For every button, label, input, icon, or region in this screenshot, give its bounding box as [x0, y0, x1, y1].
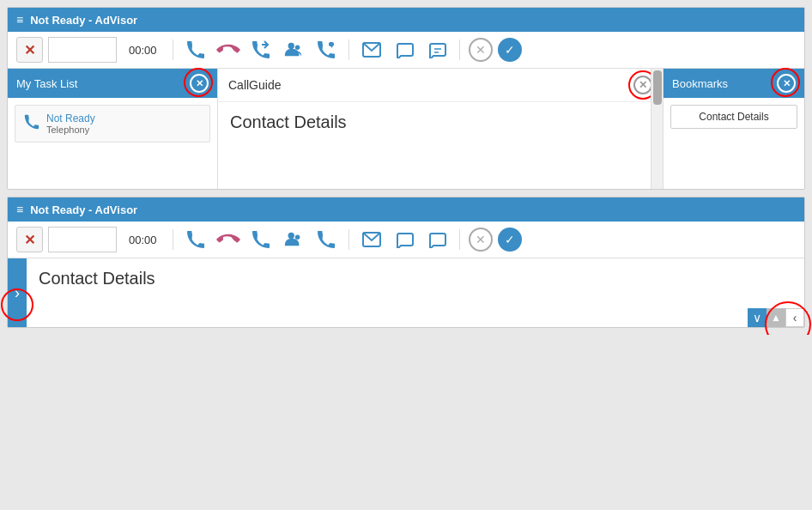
- email-button-2[interactable]: [358, 229, 385, 250]
- separator-3: [459, 39, 460, 60]
- title-bar-1: ≡ Not Ready - AdVisor: [8, 8, 804, 32]
- bottom-btn-row: ∨ ▲ ‹: [748, 308, 804, 327]
- collapse-right-button[interactable]: ‹: [785, 308, 804, 327]
- bottom-contact-label: Contact Details: [39, 269, 155, 288]
- title-bar-2: ≡ Not Ready - AdVisor: [8, 197, 804, 222]
- separator-1: [173, 39, 173, 60]
- conference-button[interactable]: [280, 38, 307, 62]
- bookmarks-tab[interactable]: Bookmarks ✕: [664, 69, 804, 98]
- phone-answer-button-2[interactable]: [182, 228, 209, 252]
- separator-2: [348, 39, 349, 60]
- task-status: Not Ready: [46, 112, 95, 124]
- callguide-label: CallGuide: [228, 78, 281, 92]
- bottom-contact-details: Contact Details: [27, 258, 804, 299]
- ready-circle-button[interactable]: ✓: [498, 38, 522, 62]
- not-ready-circle-button-2[interactable]: ✕: [469, 228, 493, 252]
- right-panel: Bookmarks ✕ Contact Details: [663, 69, 804, 189]
- right-controls-annotate: ∨ ▲ ‹: [748, 308, 804, 327]
- task-list-close-button[interactable]: ✕: [190, 74, 209, 93]
- separator-6: [459, 229, 460, 250]
- scroll-thumb-1[interactable]: [653, 70, 662, 105]
- time-display-2: 00:00: [122, 234, 164, 246]
- chat-button-2[interactable]: [391, 228, 418, 251]
- chat-alt-button-2[interactable]: [423, 228, 451, 251]
- text-input-1[interactable]: [48, 37, 117, 63]
- phone-consult-button[interactable]: [312, 38, 340, 62]
- contact-details-label: Contact Details: [218, 102, 663, 143]
- bookmark-contact-details[interactable]: Contact Details: [670, 105, 797, 129]
- scroll-up-button[interactable]: ▲: [767, 308, 785, 327]
- phone-transfer-button-2[interactable]: [247, 228, 275, 252]
- callguide-close-wrap: ✕: [633, 76, 652, 94]
- bookmarks-label: Bookmarks: [672, 77, 728, 90]
- phone-end-button[interactable]: [215, 38, 242, 62]
- chevron-down-button[interactable]: ∨: [748, 308, 767, 327]
- phone-transfer-button[interactable]: [247, 38, 275, 62]
- phone-end-button-2[interactable]: [215, 228, 242, 252]
- time-display-1: 00:00: [122, 44, 164, 57]
- separator-4: [173, 229, 173, 250]
- svg-point-2: [294, 46, 300, 51]
- red-x-button-1[interactable]: ✕: [16, 37, 43, 63]
- right-controls-wrap: ∨ ▲ ‹: [748, 308, 804, 327]
- text-input-2[interactable]: [48, 227, 117, 252]
- task-sub: Telephony: [46, 124, 95, 135]
- bottom-content: › Contact Details ∨ ▲ ‹: [8, 258, 804, 327]
- left-panel: My Task List ✕ Not Ready Telephony: [8, 69, 218, 189]
- toolbar-1: ✕ 00:00 ✕ ✓: [8, 32, 804, 69]
- my-task-list-tab[interactable]: My Task List ✕: [8, 69, 217, 98]
- chat-button[interactable]: [391, 39, 418, 61]
- scrollbar-1[interactable]: [651, 69, 663, 189]
- conference-button-2[interactable]: [280, 228, 307, 252]
- main-content-1: My Task List ✕ Not Ready Telephony CallG…: [8, 69, 804, 189]
- window-2: ≡ Not Ready - AdVisor ✕ 00:00: [7, 197, 805, 328]
- callguide-header: CallGuide ✕: [218, 69, 663, 102]
- left-expand-wrap: ›: [8, 258, 27, 327]
- window-1: ≡ Not Ready - AdVisor ✕ 00:00: [7, 7, 805, 190]
- callguide-close-button[interactable]: ✕: [633, 76, 652, 94]
- title-text-1: Not Ready - AdVisor: [30, 14, 137, 27]
- chat-alt-button[interactable]: [423, 39, 451, 61]
- red-x-button-2[interactable]: ✕: [16, 227, 43, 252]
- not-ready-circle-button[interactable]: ✕: [469, 38, 493, 62]
- toolbar-2: ✕ 00:00 ✕ ✓: [8, 222, 804, 258]
- task-list-close-wrap: ✕: [190, 74, 209, 93]
- svg-point-4: [288, 233, 294, 239]
- separator-5: [348, 229, 349, 250]
- left-expand-button[interactable]: ›: [8, 258, 27, 327]
- ready-circle-button-2[interactable]: ✓: [498, 228, 522, 252]
- menu-icon-2[interactable]: ≡: [16, 203, 23, 216]
- center-panel: CallGuide ✕ Contact Details: [218, 69, 663, 189]
- svg-point-1: [288, 43, 294, 49]
- title-text-2: Not Ready - AdVisor: [30, 203, 137, 216]
- my-task-list-label: My Task List: [16, 77, 77, 90]
- phone-answer-button[interactable]: [182, 38, 209, 62]
- bookmarks-close-button[interactable]: ✕: [777, 74, 796, 93]
- email-button[interactable]: [358, 39, 385, 60]
- svg-point-5: [294, 235, 300, 240]
- task-item-telephony[interactable]: Not Ready Telephony: [15, 105, 210, 143]
- phone-consult-button-2[interactable]: [312, 228, 340, 252]
- menu-icon-1[interactable]: ≡: [16, 13, 23, 27]
- bookmarks-close-wrap: ✕: [777, 74, 796, 93]
- task-phone-icon: [24, 114, 39, 134]
